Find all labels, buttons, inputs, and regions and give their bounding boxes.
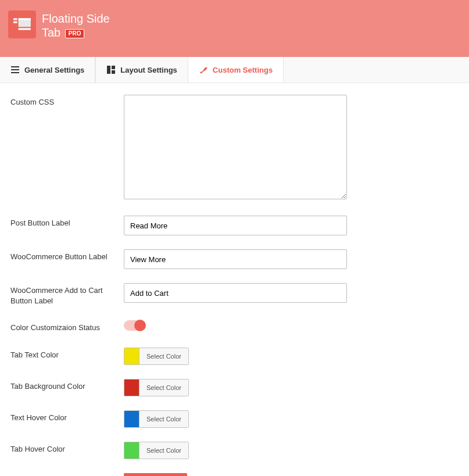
row-tab-text-color: Tab Text Color Select Color [10,348,459,365]
custom-css-textarea[interactable] [124,95,347,199]
tab-hover-color-picker[interactable]: Select Color [124,442,189,459]
select-color-button[interactable]: Select Color [139,411,188,427]
menu-icon [10,65,20,74]
brush-icon [199,65,208,74]
svg-rect-1 [13,22,17,23]
save-menu-button[interactable]: SAVE MENU [124,473,187,476]
row-tab-bg-color: Tab Background Color Select Color [10,379,459,396]
app-logo-icon [8,10,36,38]
color-swatch [124,380,139,396]
label-woo-cart-button: WooCommerce Add to Cart Button Label [10,283,124,306]
woo-cart-button-input[interactable] [124,283,347,303]
color-swatch [124,348,139,364]
tab-text-color-picker[interactable]: Select Color [124,348,189,365]
header-banner: Floating Side Tab PRO [0,0,469,57]
pro-badge: PRO [65,29,85,38]
label-custom-css: Custom CSS [10,95,124,108]
svg-rect-5 [107,66,110,74]
text-hover-color-picker[interactable]: Select Color [124,410,189,428]
svg-rect-3 [19,18,31,20]
row-post-button-label: Post Button Label [10,216,459,235]
color-status-toggle[interactable] [124,320,145,331]
tab-layout-settings[interactable]: Layout Settings [95,57,188,83]
tab-label: Layout Settings [120,66,177,74]
woo-button-input[interactable] [124,249,347,269]
row-woo-cart-button-label: WooCommerce Add to Cart Button Label [10,283,459,306]
row-color-status: Color Customizaion Status [10,320,459,333]
row-text-hover-color: Text Hover Color Select Color [10,410,459,428]
row-woo-button-label: WooCommerce Button Label [10,249,459,269]
row-tab-hover-color: Tab Hover Color Select Color [10,442,459,459]
label-woo-button: WooCommerce Button Label [10,249,124,262]
label-text-hover-color: Text Hover Color [10,410,124,423]
tab-label: General Settings [24,66,84,74]
app-title-line2: Tab [42,26,60,39]
select-color-button[interactable]: Select Color [139,442,188,459]
label-tab-bg-color: Tab Background Color [10,379,124,392]
label-color-status: Color Customizaion Status [10,320,124,333]
tab-custom-settings[interactable]: Custom Settings [188,57,284,83]
toggle-knob [134,320,146,331]
select-color-button[interactable]: Select Color [139,380,188,396]
svg-rect-7 [112,70,115,74]
color-swatch [124,442,139,459]
label-tab-hover-color: Tab Hover Color [10,442,124,454]
label-post-button: Post Button Label [10,216,124,228]
label-tab-text-color: Tab Text Color [10,348,124,360]
svg-rect-4 [19,28,31,30]
tab-general-settings[interactable]: General Settings [0,57,95,83]
svg-rect-0 [13,18,17,20]
select-color-button[interactable]: Select Color [139,348,188,364]
color-swatch [124,411,139,427]
post-button-input[interactable] [124,216,347,235]
app-title: Floating Side Tab PRO [42,12,110,40]
row-custom-css: Custom CSS [10,95,459,202]
tab-label: Custom Settings [213,66,273,74]
settings-panel: Custom CSS Post Button Label WooCommerce… [0,83,469,476]
svg-rect-6 [112,66,115,69]
tab-bar: General Settings Layout Settings Custom … [0,57,469,83]
layout-icon [106,65,116,74]
app-title-line1: Floating Side [42,12,110,25]
tab-bg-color-picker[interactable]: Select Color [124,379,189,396]
